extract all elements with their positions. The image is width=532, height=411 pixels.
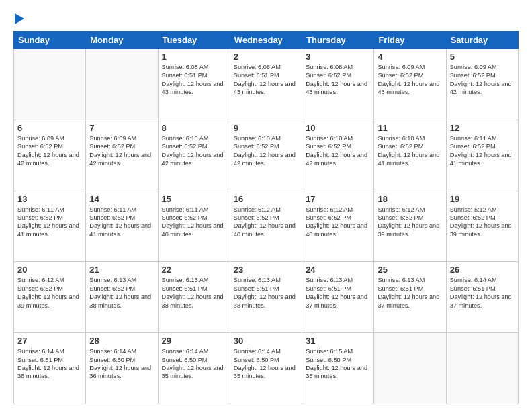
day-detail: Sunrise: 6:11 AM Sunset: 6:52 PM Dayligh… bbox=[450, 134, 515, 168]
day-number: 16 bbox=[234, 194, 298, 204]
day-detail: Sunrise: 6:12 AM Sunset: 6:52 PM Dayligh… bbox=[306, 205, 370, 239]
day-number: 31 bbox=[306, 336, 370, 346]
day-detail: Sunrise: 6:11 AM Sunset: 6:52 PM Dayligh… bbox=[17, 205, 82, 239]
day-detail: Sunrise: 6:14 AM Sunset: 6:50 PM Dayligh… bbox=[162, 347, 226, 381]
logo bbox=[13, 15, 24, 24]
calendar-cell: 4Sunrise: 6:09 AM Sunset: 6:52 PM Daylig… bbox=[374, 49, 446, 120]
day-number: 13 bbox=[17, 194, 82, 204]
calendar-week-row: 20Sunrise: 6:12 AM Sunset: 6:52 PM Dayli… bbox=[14, 262, 519, 333]
calendar-header-thursday: Thursday bbox=[302, 32, 374, 49]
day-detail: Sunrise: 6:09 AM Sunset: 6:52 PM Dayligh… bbox=[378, 63, 442, 97]
calendar-cell: 5Sunrise: 6:09 AM Sunset: 6:52 PM Daylig… bbox=[446, 49, 518, 120]
day-detail: Sunrise: 6:12 AM Sunset: 6:52 PM Dayligh… bbox=[378, 205, 442, 239]
day-number: 10 bbox=[306, 123, 370, 133]
day-detail: Sunrise: 6:11 AM Sunset: 6:52 PM Dayligh… bbox=[162, 205, 226, 239]
day-number: 12 bbox=[450, 123, 515, 133]
calendar-cell: 21Sunrise: 6:13 AM Sunset: 6:52 PM Dayli… bbox=[86, 262, 158, 333]
calendar-cell: 27Sunrise: 6:14 AM Sunset: 6:51 PM Dayli… bbox=[14, 333, 86, 404]
calendar-cell bbox=[86, 49, 158, 120]
day-detail: Sunrise: 6:13 AM Sunset: 6:51 PM Dayligh… bbox=[234, 276, 298, 310]
calendar-cell: 8Sunrise: 6:10 AM Sunset: 6:52 PM Daylig… bbox=[158, 120, 230, 191]
day-detail: Sunrise: 6:14 AM Sunset: 6:51 PM Dayligh… bbox=[17, 347, 82, 381]
calendar-cell bbox=[446, 333, 518, 404]
calendar-cell: 6Sunrise: 6:09 AM Sunset: 6:52 PM Daylig… bbox=[14, 120, 86, 191]
day-number: 18 bbox=[378, 194, 442, 204]
day-number: 6 bbox=[17, 123, 82, 133]
calendar-cell: 25Sunrise: 6:13 AM Sunset: 6:51 PM Dayli… bbox=[374, 262, 446, 333]
calendar-cell: 18Sunrise: 6:12 AM Sunset: 6:52 PM Dayli… bbox=[374, 191, 446, 262]
day-number: 15 bbox=[162, 194, 226, 204]
day-detail: Sunrise: 6:08 AM Sunset: 6:51 PM Dayligh… bbox=[162, 63, 226, 97]
day-number: 7 bbox=[89, 123, 154, 133]
day-detail: Sunrise: 6:10 AM Sunset: 6:52 PM Dayligh… bbox=[162, 134, 226, 168]
calendar-week-row: 1Sunrise: 6:08 AM Sunset: 6:51 PM Daylig… bbox=[14, 49, 519, 120]
day-number: 24 bbox=[306, 265, 370, 275]
calendar-cell: 2Sunrise: 6:08 AM Sunset: 6:51 PM Daylig… bbox=[230, 49, 302, 120]
day-detail: Sunrise: 6:12 AM Sunset: 6:52 PM Dayligh… bbox=[450, 205, 515, 239]
calendar-cell: 24Sunrise: 6:13 AM Sunset: 6:51 PM Dayli… bbox=[302, 262, 374, 333]
calendar-cell: 22Sunrise: 6:13 AM Sunset: 6:51 PM Dayli… bbox=[158, 262, 230, 333]
day-number: 30 bbox=[234, 336, 298, 346]
day-number: 1 bbox=[162, 52, 226, 62]
calendar-cell: 17Sunrise: 6:12 AM Sunset: 6:52 PM Dayli… bbox=[302, 191, 374, 262]
day-number: 17 bbox=[306, 194, 370, 204]
calendar-cell: 1Sunrise: 6:08 AM Sunset: 6:51 PM Daylig… bbox=[158, 49, 230, 120]
calendar-cell: 23Sunrise: 6:13 AM Sunset: 6:51 PM Dayli… bbox=[230, 262, 302, 333]
day-number: 2 bbox=[234, 52, 298, 62]
calendar-cell: 15Sunrise: 6:11 AM Sunset: 6:52 PM Dayli… bbox=[158, 191, 230, 262]
day-number: 3 bbox=[306, 52, 370, 62]
day-number: 9 bbox=[234, 123, 298, 133]
day-detail: Sunrise: 6:14 AM Sunset: 6:50 PM Dayligh… bbox=[234, 347, 298, 381]
day-detail: Sunrise: 6:12 AM Sunset: 6:52 PM Dayligh… bbox=[17, 276, 82, 310]
header bbox=[13, 12, 519, 24]
day-detail: Sunrise: 6:10 AM Sunset: 6:52 PM Dayligh… bbox=[306, 134, 370, 168]
calendar-table: SundayMondayTuesdayWednesdayThursdayFrid… bbox=[13, 31, 519, 404]
day-number: 28 bbox=[89, 336, 154, 346]
day-detail: Sunrise: 6:11 AM Sunset: 6:52 PM Dayligh… bbox=[89, 205, 154, 239]
day-detail: Sunrise: 6:09 AM Sunset: 6:52 PM Dayligh… bbox=[89, 134, 154, 168]
calendar-week-row: 27Sunrise: 6:14 AM Sunset: 6:51 PM Dayli… bbox=[14, 333, 519, 404]
day-number: 23 bbox=[234, 265, 298, 275]
calendar-cell bbox=[374, 333, 446, 404]
calendar-header-wednesday: Wednesday bbox=[230, 32, 302, 49]
day-number: 21 bbox=[89, 265, 154, 275]
calendar-cell: 26Sunrise: 6:14 AM Sunset: 6:51 PM Dayli… bbox=[446, 262, 518, 333]
day-number: 27 bbox=[17, 336, 82, 346]
day-number: 19 bbox=[450, 194, 515, 204]
day-detail: Sunrise: 6:14 AM Sunset: 6:50 PM Dayligh… bbox=[89, 347, 154, 381]
calendar-header-tuesday: Tuesday bbox=[158, 32, 230, 49]
day-number: 20 bbox=[17, 265, 82, 275]
day-detail: Sunrise: 6:14 AM Sunset: 6:51 PM Dayligh… bbox=[450, 276, 515, 310]
day-number: 14 bbox=[89, 194, 154, 204]
calendar-header-friday: Friday bbox=[374, 32, 446, 49]
day-detail: Sunrise: 6:13 AM Sunset: 6:51 PM Dayligh… bbox=[162, 276, 226, 310]
calendar-cell: 11Sunrise: 6:10 AM Sunset: 6:52 PM Dayli… bbox=[374, 120, 446, 191]
page: SundayMondayTuesdayWednesdayThursdayFrid… bbox=[0, 0, 532, 411]
day-detail: Sunrise: 6:09 AM Sunset: 6:52 PM Dayligh… bbox=[450, 63, 515, 97]
calendar-cell: 14Sunrise: 6:11 AM Sunset: 6:52 PM Dayli… bbox=[86, 191, 158, 262]
calendar-header-monday: Monday bbox=[86, 32, 158, 49]
day-number: 4 bbox=[378, 52, 442, 62]
day-detail: Sunrise: 6:13 AM Sunset: 6:51 PM Dayligh… bbox=[378, 276, 442, 310]
calendar-week-row: 13Sunrise: 6:11 AM Sunset: 6:52 PM Dayli… bbox=[14, 191, 519, 262]
calendar-cell: 19Sunrise: 6:12 AM Sunset: 6:52 PM Dayli… bbox=[446, 191, 518, 262]
day-detail: Sunrise: 6:15 AM Sunset: 6:50 PM Dayligh… bbox=[306, 347, 370, 381]
calendar-cell: 10Sunrise: 6:10 AM Sunset: 6:52 PM Dayli… bbox=[302, 120, 374, 191]
calendar-week-row: 6Sunrise: 6:09 AM Sunset: 6:52 PM Daylig… bbox=[14, 120, 519, 191]
day-number: 8 bbox=[162, 123, 226, 133]
day-number: 26 bbox=[450, 265, 515, 275]
day-detail: Sunrise: 6:10 AM Sunset: 6:52 PM Dayligh… bbox=[378, 134, 442, 168]
calendar-header-sunday: Sunday bbox=[14, 32, 86, 49]
day-detail: Sunrise: 6:13 AM Sunset: 6:51 PM Dayligh… bbox=[306, 276, 370, 310]
day-detail: Sunrise: 6:10 AM Sunset: 6:52 PM Dayligh… bbox=[234, 134, 298, 168]
day-number: 11 bbox=[378, 123, 442, 133]
calendar-cell: 13Sunrise: 6:11 AM Sunset: 6:52 PM Dayli… bbox=[14, 191, 86, 262]
day-number: 25 bbox=[378, 265, 442, 275]
day-detail: Sunrise: 6:08 AM Sunset: 6:51 PM Dayligh… bbox=[234, 63, 298, 97]
day-number: 5 bbox=[450, 52, 515, 62]
day-detail: Sunrise: 6:12 AM Sunset: 6:52 PM Dayligh… bbox=[234, 205, 298, 239]
calendar-cell: 20Sunrise: 6:12 AM Sunset: 6:52 PM Dayli… bbox=[14, 262, 86, 333]
calendar-header-row: SundayMondayTuesdayWednesdayThursdayFrid… bbox=[14, 32, 519, 49]
calendar-cell: 30Sunrise: 6:14 AM Sunset: 6:50 PM Dayli… bbox=[230, 333, 302, 404]
day-detail: Sunrise: 6:09 AM Sunset: 6:52 PM Dayligh… bbox=[17, 134, 82, 168]
